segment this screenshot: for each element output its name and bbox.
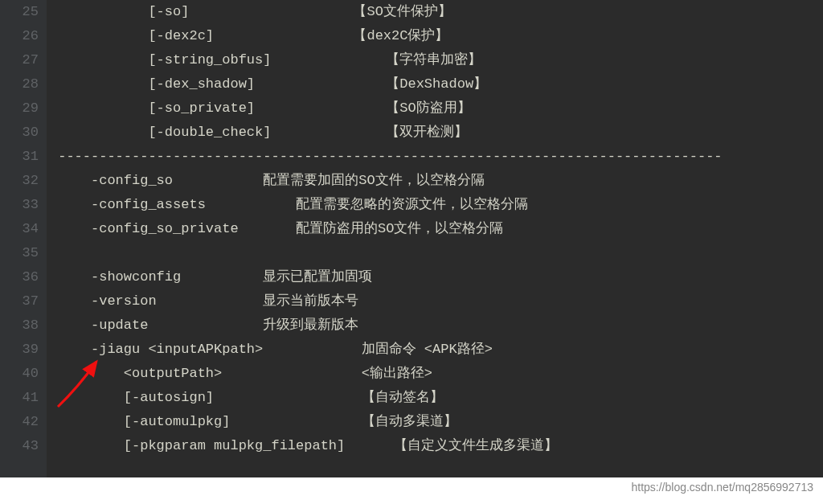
line-number: 35 <box>0 241 39 265</box>
line-number: 26 <box>0 24 39 48</box>
code-line: -config_so 配置需要加固的SO文件，以空格分隔 <box>50 169 823 193</box>
watermark-text: https://blog.csdn.net/mq2856992713 <box>631 475 813 499</box>
code-line: <outputPath> <输出路径> <box>50 362 823 386</box>
line-number: 36 <box>0 265 39 289</box>
line-number: 41 <box>0 386 39 410</box>
code-line: -version 显示当前版本号 <box>50 289 823 313</box>
code-line: [-double_check] 【双开检测】 <box>50 121 823 145</box>
line-number: 37 <box>0 289 39 313</box>
line-number: 43 <box>0 434 39 458</box>
code-line: -showconfig 显示已配置加固项 <box>50 265 823 289</box>
line-number: 40 <box>0 362 39 386</box>
line-number: 33 <box>0 193 39 217</box>
code-line: ----------------------------------------… <box>50 145 823 169</box>
code-line: -config_so_private 配置防盗用的SO文件，以空格分隔 <box>50 217 823 241</box>
code-line <box>50 241 823 265</box>
line-number: 38 <box>0 313 39 338</box>
line-number: 30 <box>0 121 39 145</box>
line-number: 31 <box>0 145 39 169</box>
code-line: -config_assets 配置需要忽略的资源文件，以空格分隔 <box>50 193 823 217</box>
code-line: [-dex2c] 【dex2C保护】 <box>50 24 823 48</box>
code-line: -jiagu <inputAPKpath> 加固命令 <APK路径> <box>50 338 823 362</box>
code-line: [-so] 【SO文件保护】 <box>50 0 823 24</box>
code-line: [-pkgparam mulpkg_filepath] 【自定义文件生成多渠道】 <box>50 434 823 458</box>
code-line: [-automulpkg] 【自动多渠道】 <box>50 410 823 434</box>
code-line: [-so_private] 【SO防盗用】 <box>50 96 823 121</box>
code-line: [-autosign] 【自动签名】 <box>50 386 823 410</box>
line-number: 32 <box>0 169 39 193</box>
code-line: [-string_obfus] 【字符串加密】 <box>50 48 823 72</box>
line-number: 27 <box>0 48 39 72</box>
line-number: 28 <box>0 72 39 96</box>
line-number: 42 <box>0 410 39 434</box>
line-number: 29 <box>0 96 39 121</box>
code-editor: 25262728293031323334353637383940414243 [… <box>0 0 823 477</box>
code-content[interactable]: [-so] 【SO文件保护】 [-dex2c] 【dex2C保护】 [-stri… <box>47 0 823 477</box>
line-number: 39 <box>0 338 39 362</box>
line-number-gutter: 25262728293031323334353637383940414243 <box>0 0 47 477</box>
line-number: 25 <box>0 0 39 24</box>
code-line: [-dex_shadow] 【DexShadow】 <box>50 72 823 96</box>
line-number: 34 <box>0 217 39 241</box>
code-line: -update 升级到最新版本 <box>50 313 823 338</box>
